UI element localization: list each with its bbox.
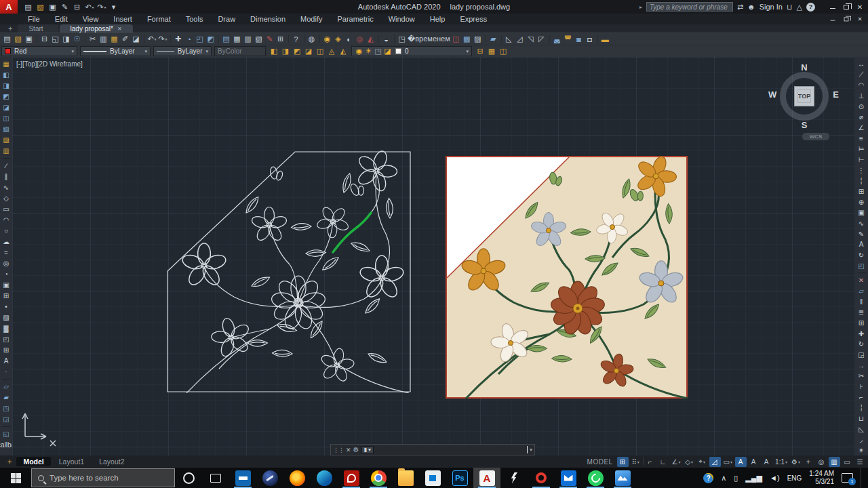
firefox-icon[interactable] (283, 468, 311, 488)
hatch-tool[interactable]: ▨ (1, 312, 12, 323)
help-button[interactable]: ? (291, 34, 302, 45)
wireframe-floral-drawing[interactable] (166, 150, 412, 393)
polar-tracking-toggle[interactable]: ∠▾ (671, 457, 682, 467)
opera-icon[interactable] (528, 468, 555, 488)
sheet-set-manager-button[interactable]: ▧ (254, 34, 264, 45)
undo-button[interactable]: ↶▾ (146, 34, 157, 45)
save-as-button[interactable]: ✎ (60, 1, 71, 12)
selection-cycling-toggle[interactable]: ▭▾ (722, 457, 734, 467)
task-view-button[interactable] (202, 468, 229, 488)
grid-display-toggle[interactable]: ⊞ (617, 457, 629, 467)
measure-button[interactable]: ◺ (504, 34, 515, 45)
autocad-icon[interactable]: A (473, 468, 500, 488)
close-button[interactable]: ✕ (853, 1, 867, 13)
qnew-button[interactable]: ▤ (23, 1, 34, 12)
hidden-icons-button[interactable]: ∧ (721, 474, 726, 483)
group-edit-button[interactable]: ◳ (1, 403, 12, 413)
open-button[interactable]: ▧ (35, 1, 46, 12)
extend-tool[interactable]: ⊦ (856, 382, 867, 392)
array-tool[interactable]: ⊞ (856, 318, 867, 328)
customization-menu-button[interactable]: ☰ (854, 457, 866, 467)
your-phone-icon[interactable]: ▯ (734, 474, 738, 483)
offset-tool[interactable]: ≣ (856, 307, 867, 317)
linear-dimension-tool[interactable]: ↔ (856, 59, 867, 69)
arc-length-dimension-tool[interactable]: ◠ (856, 80, 867, 90)
diameter-dimension-tool[interactable]: ⌀ (856, 112, 867, 122)
lights-button[interactable]: ◉ (322, 34, 333, 45)
menu-insert[interactable]: Insert (106, 14, 140, 24)
edit-polyline-button[interactable]: ◱ (1, 429, 12, 439)
menu-parametric[interactable]: Parametric (330, 14, 380, 24)
group-button[interactable]: ▱ (1, 382, 12, 392)
restore-button[interactable] (840, 1, 853, 13)
render-environment-button[interactable]: ◐ (344, 34, 355, 45)
quick-dimension-tool[interactable]: ≡ (856, 134, 867, 144)
spline-tool[interactable]: ≈ (1, 247, 12, 258)
join-tool[interactable]: ⊔ (856, 413, 867, 424)
command-grip-handle[interactable]: ⋮⋮ (333, 447, 344, 453)
edit-block-button[interactable]: ▩ (462, 34, 473, 45)
center-mark-tool[interactable]: ⊕ (856, 197, 867, 207)
file-explorer-icon[interactable] (392, 468, 419, 488)
dimension-style-tool[interactable]: ◰ (856, 261, 867, 271)
autoscale-toggle[interactable]: A (748, 457, 760, 467)
layer-properties-button[interactable]: ▦ (1, 59, 12, 69)
chrome-icon[interactable] (365, 468, 392, 488)
command-close-icon[interactable]: ✕ (346, 447, 351, 453)
customization-add-button[interactable]: + (803, 457, 814, 467)
match-layer-button[interactable]: ◪ (131, 34, 142, 45)
ordinate-dimension-tool[interactable]: ⊥ (856, 91, 867, 101)
batch-standards-button[interactable]: ◘ (585, 34, 595, 45)
command-wrench-icon[interactable]: ⚙ (353, 446, 359, 453)
layer-previous-button[interactable]: ◨ (1, 81, 12, 91)
publish-button[interactable]: ◨ (61, 34, 72, 45)
render-button[interactable]: ◍ (307, 34, 317, 45)
layer-on-bulb-icon[interactable]: ◉ (355, 46, 363, 57)
dimension-space-tool[interactable]: ⋮ (856, 165, 867, 176)
object-snap-toggle[interactable]: ◿ (709, 457, 721, 467)
construction-line-tool[interactable]: ∥ (1, 171, 12, 182)
rectangle-tool[interactable]: ▭ (1, 204, 12, 214)
layer-isolate-button[interactable]: ◭ (338, 46, 349, 57)
ortho-mode-toggle[interactable]: ∟ (658, 457, 669, 467)
polyline-tool[interactable]: ∿ (1, 182, 12, 192)
menu-view[interactable]: View (75, 14, 106, 24)
copy-tool[interactable]: ▱ (856, 286, 867, 296)
a360-sync-icon[interactable]: ⇄ (737, 3, 743, 12)
layer-save-state-button[interactable]: ◫ (498, 46, 509, 57)
save-block-button[interactable]: ▨ (473, 34, 484, 45)
make-block-tool[interactable]: ⊞ (1, 291, 12, 301)
dimension-text-edit-tool[interactable]: A (856, 239, 867, 249)
undo-button[interactable]: ↶▾ (84, 1, 95, 12)
zoom-realtime-button[interactable]: ◔ (184, 34, 195, 45)
aligned-dimension-tool[interactable]: ⟋ (856, 70, 867, 80)
cut-button[interactable]: ✂ (87, 34, 98, 45)
clip-xref-button[interactable]: �временем (408, 34, 451, 45)
fillet-tool[interactable]: ◞ (856, 435, 867, 445)
scale-value-button[interactable]: 1:1▾ (774, 457, 789, 467)
save-button[interactable]: ▣ (24, 34, 35, 45)
annotation-scale-button[interactable]: A (761, 457, 772, 467)
layer-lock-button[interactable]: ▨ (1, 135, 12, 145)
object-snap-tracking-toggle[interactable]: ⌖▾ (696, 457, 708, 467)
edit-spline-button[interactable]: �callback (1, 440, 12, 450)
baseline-dimension-tool[interactable]: ⊨ (856, 144, 867, 154)
redo-button[interactable]: ↷▾ (96, 1, 107, 12)
taskbar-search-input[interactable] (50, 474, 158, 482)
linetype-dropdown[interactable]: ByLayer ▾ (80, 46, 151, 56)
show-desktop-button[interactable] (861, 468, 864, 488)
scale-tool[interactable]: ◲ (856, 350, 867, 360)
annotation-visibility-toggle[interactable]: A (735, 457, 747, 467)
blue-app-icon[interactable] (229, 468, 256, 488)
adobe-acrobat-icon[interactable] (338, 468, 365, 488)
plot-button[interactable]: ⊟ (39, 34, 50, 45)
web-publish-button[interactable]: ☉ (72, 34, 83, 45)
ellipse-arc-tool[interactable]: ◔ (1, 269, 12, 279)
viewport-controls-label[interactable]: [-][Top][2D Wireframe] (16, 60, 83, 68)
viewcube-east[interactable]: E (833, 89, 839, 100)
file-tab-start[interactable]: Start (18, 24, 58, 33)
viewcube-top-face[interactable]: TOP (794, 86, 814, 106)
open-button[interactable]: ▧ (13, 34, 24, 45)
line-tool[interactable]: ∕ (1, 161, 12, 171)
point-tool[interactable]: • (1, 302, 12, 312)
